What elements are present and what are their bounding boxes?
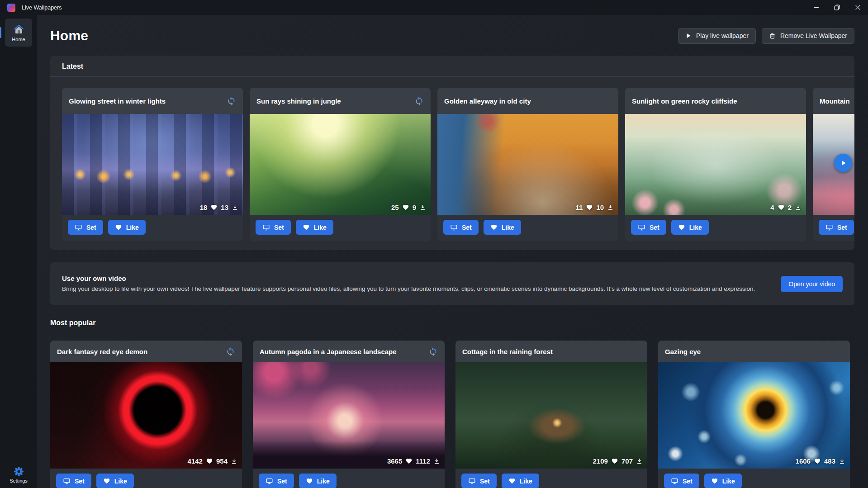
own-video-description: Bring your desktop to life with your own… xyxy=(62,285,761,294)
like-button[interactable]: Like xyxy=(502,474,539,488)
download-icon xyxy=(839,458,845,464)
open-your-video-button[interactable]: Open your video xyxy=(781,276,843,292)
play-live-wallpaper-button[interactable]: Play live wallpaper xyxy=(678,28,756,44)
downloads-count: 2 xyxy=(788,204,792,211)
sync-icon xyxy=(227,96,236,106)
likes-count: 25 xyxy=(391,204,399,211)
set-button[interactable]: Set xyxy=(664,474,699,488)
page-title: Home xyxy=(50,28,88,43)
sidebar-settings-label: Settings xyxy=(9,478,28,483)
downloads-count: 1112 xyxy=(416,457,430,465)
set-button[interactable]: Set xyxy=(461,474,497,488)
restore-button[interactable] xyxy=(826,0,847,15)
wallpaper-title: Gazing eye xyxy=(665,348,701,355)
selected-indicator xyxy=(0,27,1,38)
wallpaper-stats: 3665 1112 xyxy=(387,457,440,465)
wallpaper-title: Mountain xyxy=(820,97,850,105)
like-button[interactable]: Like xyxy=(296,220,333,235)
latest-cards-row: Glowing street in winter lights 18 13 xyxy=(50,77,854,250)
close-icon xyxy=(855,5,861,10)
heart-icon xyxy=(306,478,313,484)
play-icon xyxy=(685,33,692,39)
likes-count: 4142 xyxy=(188,457,203,465)
monitor-icon xyxy=(75,224,82,231)
set-button[interactable]: Set xyxy=(819,220,854,235)
own-video-banner: Use your own video Bring your desktop to… xyxy=(50,262,854,305)
download-icon xyxy=(232,204,238,211)
scroll-right-button[interactable] xyxy=(834,154,852,172)
sidebar-item-settings[interactable]: Settings xyxy=(0,466,37,483)
gear-icon xyxy=(13,466,24,477)
heart-icon xyxy=(490,224,498,231)
wallpaper-card: Cottage in the raining forest 2109 707 S… xyxy=(455,341,647,488)
sync-icon xyxy=(226,347,235,356)
heart-icon xyxy=(405,458,413,464)
likes-count: 3665 xyxy=(387,457,402,465)
monitor-icon xyxy=(671,478,678,485)
wallpaper-thumbnail[interactable]: 18 13 xyxy=(62,114,243,215)
wallpaper-thumbnail[interactable]: 4142 954 xyxy=(50,362,242,469)
home-icon xyxy=(13,24,25,35)
wallpaper-card: Dark fantasy red eye demon 4142 954 xyxy=(50,341,242,488)
heart-icon xyxy=(711,478,718,484)
monitor-icon xyxy=(262,224,270,231)
likes-count: 18 xyxy=(200,204,208,211)
wallpaper-thumbnail[interactable]: 2109 707 xyxy=(455,362,647,469)
like-button[interactable]: Like xyxy=(671,220,709,235)
download-icon xyxy=(419,204,426,211)
minimize-button[interactable] xyxy=(806,0,826,15)
wallpaper-thumbnail[interactable]: 25 9 xyxy=(250,114,431,215)
close-button[interactable] xyxy=(847,0,868,15)
sidebar-home-label: Home xyxy=(12,37,25,42)
restore-icon xyxy=(834,5,840,10)
main-content: Home Play live wallpaper Remove Live Wal… xyxy=(37,15,868,488)
set-button[interactable]: Set xyxy=(56,474,91,488)
wallpaper-card: Golden alleyway in old city 11 10 xyxy=(437,88,618,241)
remove-live-wallpaper-button[interactable]: Remove Live Wallpaper xyxy=(762,28,854,44)
wallpaper-thumbnail[interactable]: 3665 1112 xyxy=(253,362,445,469)
download-icon xyxy=(795,204,802,211)
trash-icon xyxy=(769,33,776,39)
like-button[interactable]: Like xyxy=(96,474,134,488)
wallpaper-stats: 18 13 xyxy=(200,204,238,211)
downloads-count: 10 xyxy=(596,204,604,211)
set-button[interactable]: Set xyxy=(631,220,666,235)
like-button[interactable]: Like xyxy=(704,474,742,488)
set-button[interactable]: Set xyxy=(256,220,291,235)
set-button[interactable]: Set xyxy=(68,220,103,235)
wallpaper-title: Golden alleyway in old city xyxy=(444,97,531,105)
sidebar: Home Settings xyxy=(0,15,37,488)
like-button[interactable]: Like xyxy=(108,220,146,235)
wallpaper-stats: 11 10 xyxy=(575,204,614,211)
wallpaper-card: Glowing street in winter lights 18 13 xyxy=(62,88,243,241)
like-button[interactable]: Like xyxy=(299,474,337,488)
monitor-icon xyxy=(468,478,476,485)
set-button[interactable]: Set xyxy=(259,474,294,488)
download-icon xyxy=(231,458,237,464)
set-button[interactable]: Set xyxy=(443,220,479,235)
monitor-icon xyxy=(63,478,71,485)
heart-icon xyxy=(210,204,218,211)
download-icon xyxy=(607,204,614,211)
heart-icon xyxy=(402,204,409,211)
popular-cards-row: Dark fantasy red eye demon 4142 954 xyxy=(50,341,854,488)
wallpaper-stats: 1606 483 xyxy=(796,457,845,465)
wallpaper-card: Sunlight on green rocky cliffside 4 2 xyxy=(625,88,806,241)
like-button[interactable]: Like xyxy=(484,220,521,235)
heart-icon xyxy=(508,478,516,484)
downloads-count: 707 xyxy=(621,457,633,465)
wallpaper-card: Gazing eye 1606 483 Set xyxy=(658,341,850,488)
latest-section-title: Latest xyxy=(50,56,854,76)
sidebar-item-home[interactable]: Home xyxy=(5,19,32,47)
heart-icon xyxy=(103,478,110,484)
monitor-icon xyxy=(638,224,645,231)
wallpaper-thumbnail[interactable]: 1606 483 xyxy=(658,362,850,469)
wallpaper-thumbnail[interactable]: 4 2 xyxy=(625,114,806,215)
heart-icon xyxy=(586,204,593,211)
title-bar: Live Wallpapers xyxy=(0,0,868,15)
heart-icon xyxy=(814,458,821,464)
window-title: Live Wallpapers xyxy=(22,5,62,11)
downloads-count: 483 xyxy=(824,457,835,465)
wallpaper-title: Glowing street in winter lights xyxy=(69,97,166,105)
wallpaper-thumbnail[interactable]: 11 10 xyxy=(437,114,618,215)
